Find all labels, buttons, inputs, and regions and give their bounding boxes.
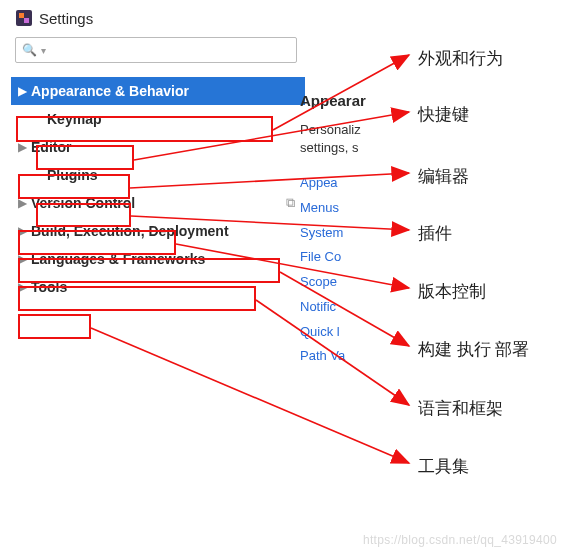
expand-icon: ▶ (17, 84, 27, 98)
detail-link[interactable]: Quick l (300, 320, 370, 345)
detail-link[interactable]: Scope (300, 270, 370, 295)
tree-item-label: Appearance & Behavior (31, 83, 189, 99)
detail-heading: Appearar (300, 92, 370, 109)
detail-subtext: Personaliz settings, s (300, 121, 370, 157)
dropdown-icon: ▾ (41, 45, 46, 56)
annotation-build: 构建 执行 部署 (418, 338, 529, 361)
app-icon (15, 9, 33, 27)
highlight-box (16, 116, 273, 142)
watermark: https://blog.csdn.net/qq_43919400 (363, 533, 557, 547)
highlight-box (18, 174, 130, 199)
detail-link[interactable]: Notific (300, 295, 370, 320)
detail-link[interactable]: Path Va (300, 344, 370, 369)
tree-item-appearance[interactable]: ▶ Appearance & Behavior (11, 77, 305, 105)
highlight-box (36, 203, 131, 227)
highlight-box (18, 230, 176, 255)
detail-pane: Appearar Personaliz settings, s Appea Me… (300, 92, 370, 369)
search-input[interactable]: 🔍 ▾ (15, 37, 297, 63)
annotation-tools: 工具集 (418, 455, 469, 478)
highlight-box (36, 145, 134, 170)
svg-rect-1 (19, 13, 24, 18)
detail-link[interactable]: File Co (300, 245, 370, 270)
highlight-box (18, 286, 256, 311)
highlight-box (18, 314, 91, 339)
title-bar: Settings (9, 7, 307, 37)
detail-link[interactable]: System (300, 221, 370, 246)
detail-link[interactable]: Appea (300, 171, 370, 196)
annotation-vcs: 版本控制 (418, 280, 486, 303)
search-icon: 🔍 (22, 43, 37, 57)
window-title: Settings (39, 10, 93, 27)
detail-link[interactable]: Menus (300, 196, 370, 221)
search-field[interactable] (50, 43, 290, 58)
annotation-keymap: 快捷键 (418, 103, 469, 126)
annotation-plugins: 插件 (418, 222, 452, 245)
copy-icon: ⧉ (286, 195, 295, 211)
annotation-appearance: 外观和行为 (418, 47, 503, 70)
annotation-languages: 语言和框架 (418, 397, 503, 420)
svg-rect-2 (24, 18, 29, 23)
annotation-editor: 编辑器 (418, 165, 469, 188)
highlight-box (18, 258, 280, 283)
expand-icon: ▶ (17, 140, 27, 154)
